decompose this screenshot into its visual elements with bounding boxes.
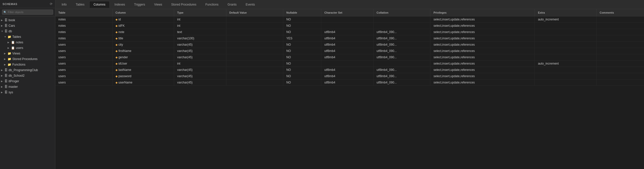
cell-comments	[596, 23, 644, 29]
tab-tables[interactable]: Tables	[71, 1, 89, 8]
cell-extra	[535, 42, 596, 48]
table-row[interactable]: users ◆userName varchar(45) NO utf8mb4 u…	[55, 79, 644, 86]
table-row[interactable]: notes ◆note text NO utf8mb4 utf8mb4_090.…	[55, 29, 644, 35]
arrow-icon: ▶	[1, 91, 5, 94]
tab-info[interactable]: Info	[57, 1, 71, 8]
cell-extra	[535, 23, 596, 29]
filter-input[interactable]	[2, 10, 53, 15]
cell-column: ◆gender	[112, 54, 174, 61]
sidebar-item-master[interactable]: ▶ 🗄 master	[0, 84, 55, 90]
schema-icon: 🗄	[5, 30, 8, 33]
sidebar-item-cars[interactable]: ▶ 🗄 Cars	[0, 23, 55, 29]
schema-icon: 🗄	[5, 74, 8, 77]
cell-table: notes	[55, 23, 112, 29]
header-charset: Character Set	[321, 9, 374, 16]
cell-charset: utf8mb4	[321, 73, 374, 79]
arrow-icon: ▶	[1, 80, 5, 82]
cell-collation: utf8mb4_090...	[373, 35, 430, 42]
table-row[interactable]: users ◆lastName varchar(45) NO utf8mb4 u…	[55, 67, 644, 73]
sidebar-item-db-programmingclub[interactable]: ▶ 🗄 db_ProgrammingClub	[0, 67, 55, 73]
sidebar-label-book: book	[9, 18, 15, 22]
table-header-row: Table Column Type Default Value Nullable…	[55, 9, 644, 16]
table-icon: 📋	[11, 41, 15, 44]
sidebar-label-db: db	[9, 30, 12, 33]
cell-default	[226, 61, 283, 67]
sidebar-label-notes: notes	[16, 41, 23, 44]
cell-default	[226, 67, 283, 73]
cell-comments	[596, 48, 644, 54]
sidebar-item-functions[interactable]: ▶ 📁 Functions	[0, 62, 55, 67]
tab-grants[interactable]: Grants	[223, 1, 241, 8]
cell-extra: auto_increment	[535, 61, 596, 67]
search-icon: 🔍	[4, 11, 7, 14]
table-row[interactable]: users ◆firstName varchar(45) NO utf8mb4 …	[55, 48, 644, 54]
cell-table: users	[55, 54, 112, 61]
cell-charset	[321, 61, 374, 67]
tab-views[interactable]: Views	[150, 1, 167, 8]
sidebar-item-views[interactable]: ▶ 📁 Views	[0, 51, 55, 56]
cell-table: notes	[55, 29, 112, 35]
refresh-icon[interactable]: ⟳	[50, 2, 53, 6]
cell-type: varchar(45)	[174, 48, 226, 54]
main-content: Info Tables Columns Indexes Triggers Vie…	[55, 0, 644, 169]
cell-type: int	[174, 16, 226, 23]
sidebar-item-book[interactable]: ▶ 🗄 book	[0, 17, 55, 23]
tab-indexes[interactable]: Indexes	[110, 1, 129, 8]
header-table: Table	[55, 9, 112, 16]
cell-column: ◆note	[112, 29, 174, 35]
tab-stored-procedures[interactable]: Stored Procedures	[167, 1, 200, 8]
table-row[interactable]: users ◆city varchar(45) NO utf8mb4 utf8m…	[55, 42, 644, 48]
cell-nullable: NO	[283, 67, 321, 73]
sidebar-item-stored-procedures[interactable]: ▶ 📁 Stored Procedures	[0, 56, 55, 62]
table-row[interactable]: users ◆idUser int NO select,insert,updat…	[55, 61, 644, 67]
sidebar-item-users[interactable]: ▶ 📋 users	[0, 45, 55, 51]
cell-charset: utf8mb4	[321, 67, 374, 73]
cell-default	[226, 42, 283, 48]
columns-table-area[interactable]: Table Column Type Default Value Nullable…	[55, 9, 644, 169]
table-row[interactable]: users ◆gender varchar(45) NO utf8mb4 utf…	[55, 54, 644, 61]
cell-type: text	[174, 29, 226, 35]
cell-nullable: YES	[283, 35, 321, 42]
tab-columns[interactable]: Columns	[89, 1, 110, 8]
sidebar-item-tables[interactable]: ▼ 📁 Tables	[0, 34, 55, 40]
sidebar-item-db[interactable]: ▼ 🗄 db	[0, 29, 55, 34]
cell-charset: utf8mb4	[321, 29, 374, 35]
tab-triggers[interactable]: Triggers	[130, 1, 149, 8]
sidebar-item-notes[interactable]: ▶ 📋 notes	[0, 40, 55, 45]
header-extra: Extra	[535, 9, 596, 16]
cell-extra	[535, 67, 596, 73]
sidebar-item-db-school2[interactable]: ▶ 🗄 db_School2	[0, 73, 55, 78]
table-row[interactable]: notes ◆idFK int NO select,insert,update,…	[55, 23, 644, 29]
schema-icon: 🗄	[5, 18, 8, 22]
cell-collation: utf8mb4_090...	[373, 48, 430, 54]
tab-functions[interactable]: Functions	[201, 1, 223, 8]
tabs-bar: Info Tables Columns Indexes Triggers Vie…	[55, 0, 644, 9]
sidebar-item-sys[interactable]: ▶ 🗄 sys	[0, 90, 55, 95]
table-row[interactable]: notes ◆title varchar(100) YES utf8mb4 ut…	[55, 35, 644, 42]
table-row[interactable]: users ◆password varchar(45) NO utf8mb4 u…	[55, 73, 644, 79]
cell-privileges: select,insert,update,references	[430, 67, 535, 73]
cell-privileges: select,insert,update,references	[430, 35, 535, 42]
tab-events[interactable]: Events	[242, 1, 259, 8]
cell-type: varchar(45)	[174, 73, 226, 79]
cell-comments	[596, 35, 644, 42]
schema-icon: 🗄	[5, 91, 8, 94]
cell-column: ◆firstName	[112, 48, 174, 54]
cell-privileges: select,insert,update,references	[430, 79, 535, 86]
cell-table: users	[55, 48, 112, 54]
table-body: notes ◆id int NO select,insert,update,re…	[55, 16, 644, 86]
schema-icon: 🗄	[5, 79, 8, 83]
arrow-icon: ▶	[8, 47, 11, 49]
sidebar-label-users: users	[16, 46, 23, 50]
cell-extra	[535, 48, 596, 54]
cell-privileges: select,insert,update,references	[430, 16, 535, 23]
sidebar-item-itproger[interactable]: ▶ 🗄 itProger	[0, 78, 55, 84]
cell-table: users	[55, 79, 112, 86]
cell-privileges: select,insert,update,references	[430, 54, 535, 61]
cell-nullable: NO	[283, 48, 321, 54]
cell-type: int	[174, 61, 226, 67]
key-icon: ◆	[115, 75, 117, 78]
cell-privileges: select,insert,update,references	[430, 23, 535, 29]
table-row[interactable]: notes ◆id int NO select,insert,update,re…	[55, 16, 644, 23]
cell-extra	[535, 73, 596, 79]
